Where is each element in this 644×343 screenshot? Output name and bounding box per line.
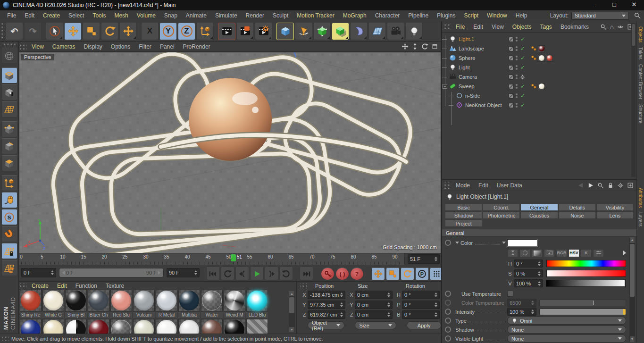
material-tile-untitled[interactable] [20,319,42,334]
material-tile-untitled[interactable] [224,319,245,334]
material-tile-untitled[interactable] [110,319,132,334]
menu-item-motion-tracker[interactable]: Motion Tracker [293,12,338,19]
menu-item-display[interactable]: Display [79,43,106,50]
material-tile-untitled[interactable] [156,319,177,334]
material-tile-untitled[interactable] [201,319,223,334]
search-icon[interactable] [600,24,607,30]
color-temperature-slider[interactable] [539,300,626,306]
timeline-ruler[interactable]: 51 051015202530354045505560657075808590 [19,253,405,265]
lock-icon[interactable] [607,182,614,189]
visibility-dots[interactable] [515,46,519,51]
add-primitive-button[interactable] [276,23,294,40]
rot-b-field[interactable]: 0 ° [402,310,440,319]
enabled-check-icon[interactable]: ✓ [519,36,526,42]
history-back-icon[interactable] [577,182,584,189]
value-slider[interactable] [546,280,626,287]
material-tile-white-g[interactable] [42,290,64,311]
menu-item-volume[interactable]: Volume [133,12,160,19]
compact-ui-icon[interactable] [507,249,518,257]
menu-item-pipeline[interactable]: Pipeline [404,12,433,19]
viewport-solo-button[interactable] [1,192,17,208]
side-tab-layers[interactable]: Layers [638,210,643,229]
environment-button[interactable] [368,23,386,40]
previous-key-button[interactable] [235,268,249,280]
add-panel-icon[interactable] [627,182,634,189]
enabled-check-icon[interactable]: ✓ [519,92,526,99]
color-radio-icon[interactable] [445,240,451,246]
menu-item-select[interactable]: Select [64,12,88,19]
menu-item-tags[interactable]: Tags [536,24,556,30]
goto-start-button[interactable] [206,268,220,280]
attributes-drag-handle[interactable] [443,182,450,189]
menu-item-mode[interactable]: Mode [452,182,474,189]
type-radio-icon[interactable] [445,318,451,324]
spline-pen-button[interactable] [295,23,312,40]
color-temperature-field[interactable]: 6500 [507,299,536,307]
material-tile-led-blu[interactable] [246,290,268,311]
menu-item-snap[interactable]: Snap [160,12,182,19]
tab-project[interactable]: Project [445,219,482,227]
tab-general[interactable]: General [520,203,558,211]
visibility-dots[interactable] [515,93,519,98]
menu-item-panel[interactable]: Panel [156,43,179,50]
apply-button[interactable]: Apply [407,321,441,329]
magnet-snap-button[interactable] [1,226,17,242]
texture-mode-button[interactable] [1,84,17,100]
rotate-tool-button[interactable] [101,23,118,40]
enabled-check-icon[interactable]: ✓ [519,45,526,52]
object-row-landscape[interactable]: Landscape✓ [442,44,636,53]
workplane-rotate-button[interactable] [1,260,17,276]
color-wheel-icon[interactable] [519,249,530,257]
object-row-neoknot-object[interactable]: NeoKnot Object✓ [442,100,636,110]
range-end-spinner[interactable]: 90 F [167,268,200,277]
eye-icon[interactable] [617,24,624,30]
pos-z-field[interactable]: 619.827 cm [308,310,345,319]
menu-item-view[interactable]: View [487,24,508,30]
live-selection-button[interactable] [46,23,63,40]
menu-item-texture[interactable]: Texture [101,283,128,289]
visibility-dots[interactable] [515,65,519,70]
side-tab-attributes[interactable]: Attributes [638,185,643,210]
view-label[interactable]: Perspective [21,54,54,60]
pos-y-field[interactable]: 977.35 cm [308,301,345,309]
layer-toggle[interactable] [509,37,514,42]
color-spectrum-icon[interactable] [532,249,543,257]
material-tile-shiny-re[interactable] [20,290,42,311]
menu-item-bookmarks[interactable]: Bookmarks [556,24,593,30]
leftbar-drag-handle[interactable] [2,42,17,46]
material-tile-multiba[interactable] [178,290,200,311]
layout-dropdown[interactable]: Standard [571,12,629,20]
layer-toggle[interactable] [509,103,514,108]
tab-details[interactable]: Details [559,203,596,211]
enabled-check-icon[interactable]: ✓ [519,102,526,109]
range-start-spinner[interactable]: 0 F [21,268,56,277]
toolbar-drag-handle[interactable] [0,23,5,40]
scroll-down-icon[interactable]: ▼ [630,336,635,342]
mode-k-button[interactable]: K [581,249,592,257]
tab-basic[interactable]: Basic [445,203,482,211]
materials-drag-handle[interactable] [20,283,26,289]
menu-item-create[interactable]: Create [27,283,53,289]
mode-rgb-button[interactable]: RGB [556,249,567,257]
pos-x-field[interactable]: -138.475 cm [308,291,345,299]
menu-item-create[interactable]: Create [39,12,64,19]
maximize-button[interactable]: □ [604,0,624,10]
material-tile-untitled[interactable] [65,319,87,334]
side-tab-takes[interactable]: Takes [638,45,643,62]
play-button[interactable] [250,268,264,280]
color-picker-icon[interactable] [544,249,555,257]
tab-noise[interactable]: Noise [559,211,596,219]
coords-mode-dropdown[interactable]: Object (Rel) [308,321,344,329]
menu-item-view[interactable]: View [27,43,48,50]
enable-axis-button[interactable] [1,175,17,191]
scale-tool-button[interactable] [83,23,100,40]
make-editable-button[interactable] [1,48,17,64]
minimize-button[interactable]: – [585,0,604,10]
attributes-scrollbar[interactable]: ▲ ▼ [629,237,635,342]
menu-item-edit[interactable]: Edit [20,12,39,19]
current-frame-spinner[interactable]: 51 F [408,254,440,264]
rot-h-field[interactable]: 0 ° [402,291,440,299]
material-tag[interactable] [538,83,545,90]
menu-item-character[interactable]: Character [371,12,404,19]
coordinate-system-button[interactable] [196,23,214,40]
